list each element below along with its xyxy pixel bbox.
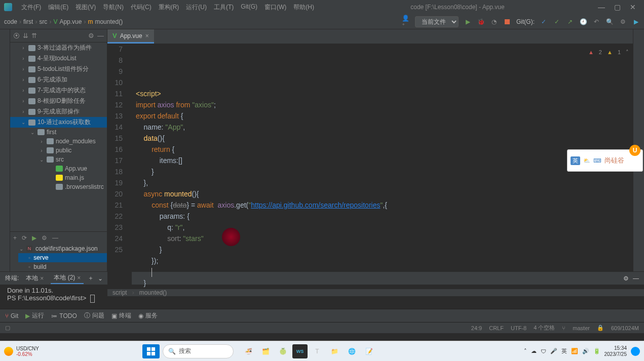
npm-run-icon[interactable]: ▶ (32, 234, 36, 242)
tree-item[interactable]: ›7-完成选中的状态 (10, 85, 107, 96)
indent-setting[interactable]: 4 个空格 (534, 324, 555, 332)
tray-chevron-icon[interactable]: ˄ (524, 348, 527, 354)
select-opened-icon[interactable]: ⦿ (13, 32, 20, 39)
settings-icon[interactable]: ⚙ (619, 18, 627, 26)
add-user-icon[interactable]: 👤⁺ (402, 18, 410, 26)
app-chrome-icon[interactable]: 🌐 (344, 344, 359, 358)
close-button[interactable]: ✕ (630, 3, 636, 11)
tree-item[interactable]: ›6-完成添加 (10, 74, 107, 85)
tree-item[interactable]: ›3-将过滤器作为插件 (10, 43, 107, 53)
tree-item[interactable]: ⌄10-通过axios获取数 (10, 117, 107, 128)
collapse-all-icon[interactable]: ⇈ (31, 32, 37, 39)
tree-item[interactable]: ›9-完成底部操作 (10, 106, 107, 117)
taskbar-clock[interactable]: 15:34 2023/7/25 (604, 345, 627, 357)
run-icon[interactable]: ▶ (464, 18, 472, 26)
close-tab-icon[interactable]: × (145, 32, 149, 39)
weather-widget[interactable]: USD/CNY -0.62% (16, 346, 39, 357)
file-encoding[interactable]: UTF-8 (511, 325, 526, 331)
crumb-src[interactable]: src (39, 18, 47, 25)
npm-add-icon[interactable]: + (13, 234, 17, 242)
app-webstorm-icon[interactable]: WS (292, 344, 308, 358)
tab-app-vue[interactable]: V App.vue × (107, 29, 154, 44)
tool-terminal[interactable]: ▣终端 (111, 311, 131, 320)
lock-icon[interactable]: 🔒 (597, 325, 604, 331)
menu-file[interactable]: 文件(F) (18, 2, 44, 13)
tool-run[interactable]: ▶运行 (25, 311, 44, 320)
close-icon[interactable]: × (77, 274, 81, 282)
menu-refactor[interactable]: 重构(R) (156, 2, 182, 13)
tree-item[interactable]: ›4-呈现todoList (10, 53, 107, 64)
hide-panel-icon[interactable]: — (97, 32, 104, 39)
project-settings-icon[interactable]: ⚙ (88, 32, 94, 39)
bc-script[interactable]: script (112, 289, 127, 296)
tree-item[interactable]: ›5-todoList组件拆分 (10, 64, 107, 74)
maximize-button[interactable]: ▢ (614, 3, 621, 11)
ime-language[interactable]: 英 (571, 156, 580, 165)
taskbar-search[interactable]: 🔍 搜索 (163, 344, 234, 358)
menu-edit[interactable]: 编辑(E) (45, 2, 71, 13)
menu-code[interactable]: 代码(C) (128, 2, 155, 13)
app-explorer-icon[interactable]: 🗂️ (258, 344, 273, 358)
tree-item[interactable]: .browserslistrc (10, 182, 107, 191)
terminal-tab-1[interactable]: 本地× (23, 273, 47, 284)
push-icon[interactable]: ↗ (566, 18, 574, 26)
app-food-icon[interactable]: 🍜 (241, 344, 256, 358)
crumb-project[interactable]: code (4, 18, 17, 25)
tree-item[interactable]: ›8-根据ID删除任务 (10, 96, 107, 106)
tree-item[interactable]: App.vue (10, 164, 107, 173)
start-button[interactable] (142, 344, 160, 358)
tray-mic-icon[interactable]: 🎤 (550, 348, 557, 354)
terminal-tab-2[interactable]: 本地 (2)× (51, 272, 84, 284)
app-melon-icon[interactable]: 🍈 (275, 344, 290, 358)
minimize-button[interactable]: — (598, 3, 605, 11)
menu-window[interactable]: 窗口(W) (261, 2, 289, 13)
app-notes-icon[interactable]: 📝 (361, 344, 376, 358)
caret-position[interactable]: 24:9 (471, 325, 482, 331)
crumb-method[interactable]: mounted() (95, 18, 123, 25)
npm-package-node[interactable]: ⌄ N code\first\package.json (18, 244, 107, 253)
tray-chat-icon[interactable] (631, 347, 640, 356)
tool-services[interactable]: ◉服务 (138, 311, 158, 320)
close-icon[interactable]: × (40, 275, 44, 282)
tool-git[interactable]: ⑂Git (5, 312, 18, 319)
commit-icon[interactable]: ✓ (553, 18, 561, 26)
app-files-icon[interactable]: 📁 (327, 344, 342, 358)
tray-wifi-icon[interactable]: 📶 (571, 348, 578, 354)
crumb-module[interactable]: first (23, 18, 33, 25)
search-icon[interactable]: 🔍 (605, 18, 614, 26)
npm-settings-icon[interactable]: ⚙ (42, 234, 47, 242)
npm-hide-icon[interactable]: — (52, 234, 58, 242)
code-editor[interactable]: ▲2 ▲1 ˄ ˅ 789101112131415161718192021222… (107, 44, 644, 289)
stop-icon[interactable] (503, 18, 511, 26)
tool-todo[interactable]: ≔TODO (51, 312, 77, 319)
tray-security-icon[interactable]: 🛡 (541, 348, 546, 354)
crumb-file[interactable]: App.vue (59, 18, 82, 25)
terminal-dropdown-icon[interactable]: ⌄ (98, 275, 103, 282)
tray-lang-icon[interactable]: 英 (561, 347, 567, 355)
status-box-icon[interactable]: ▢ (5, 325, 10, 331)
tree-item[interactable]: ⌄src (10, 155, 107, 164)
tree-item[interactable]: ⌄first (10, 128, 107, 137)
bc-method[interactable]: mounted() (139, 289, 167, 296)
update-icon[interactable]: ✓ (540, 18, 548, 26)
npm-refresh-icon[interactable]: ⟳ (22, 234, 27, 242)
npm-script-serve[interactable]: ◦ serve (18, 253, 107, 262)
npm-script-build[interactable]: ◦ build (18, 262, 107, 271)
tree-item[interactable]: main.js (10, 173, 107, 182)
tree-item[interactable]: ›node_modules (10, 137, 107, 146)
tool-problems[interactable]: ⓘ问题 (84, 311, 104, 320)
expand-all-icon[interactable]: ⇊ (23, 32, 28, 39)
memory-indicator[interactable]: 609/1024M (611, 325, 639, 331)
menu-run[interactable]: 运行(U) (183, 2, 210, 13)
line-separator[interactable]: CRLF (489, 325, 504, 331)
debug-icon[interactable]: 🐞 (477, 18, 485, 26)
history-icon[interactable]: 🕘 (579, 18, 587, 26)
tree-item[interactable]: ›public (10, 146, 107, 155)
menu-navigate[interactable]: 导航(N) (100, 2, 127, 13)
coverage-icon[interactable]: ◔ (490, 18, 498, 26)
tray-cloud-icon[interactable]: ☁ (531, 348, 537, 354)
menu-git[interactable]: Git(G) (238, 2, 260, 13)
menu-view[interactable]: 视图(V) (72, 2, 99, 13)
rollback-icon[interactable]: ↶ (592, 18, 600, 26)
tray-volume-icon[interactable]: 🔊 (582, 348, 589, 354)
